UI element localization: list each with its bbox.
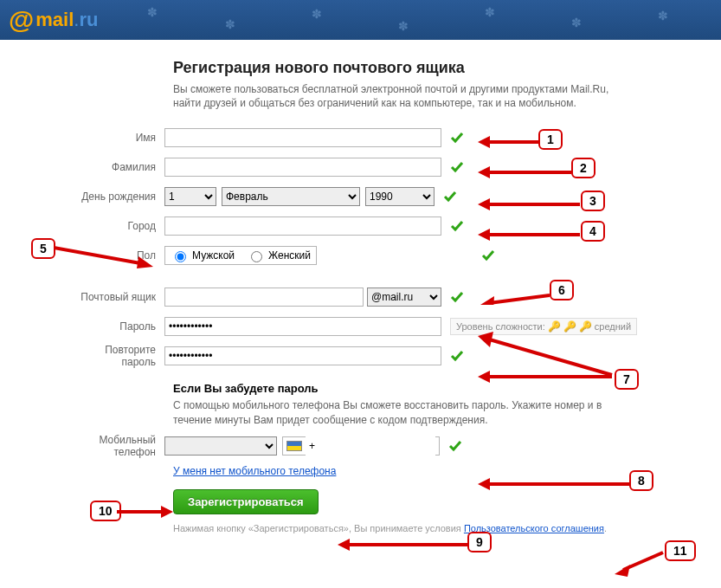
- check-icon: [450, 160, 464, 174]
- callout-2: 2: [571, 158, 595, 178]
- logo-text-mail: mail: [35, 9, 74, 31]
- bday-year-select[interactable]: 1990: [365, 187, 435, 206]
- country-select[interactable]: [164, 436, 277, 456]
- callout-6: 6: [550, 280, 574, 300]
- flag-icon: [286, 441, 302, 451]
- recovery-title: Если Вы забудете пароль: [173, 382, 721, 395]
- logo-text-ru: ru: [79, 9, 98, 31]
- pwd-meter-level: средний: [595, 321, 631, 332]
- callout-11: 11: [665, 540, 696, 551]
- bday-day-select[interactable]: 1: [164, 187, 216, 206]
- intro-text: Вы сможете пользоваться бесплатной элект…: [173, 82, 623, 110]
- label-birthday: День рождения: [69, 191, 164, 203]
- name-input[interactable]: [164, 128, 441, 147]
- surname-input[interactable]: [164, 158, 441, 177]
- callout-5: 5: [31, 238, 55, 259]
- label-mobile: Мобильный телефон: [69, 434, 164, 458]
- label-password: Пароль: [69, 320, 164, 333]
- gender-female-radio[interactable]: [251, 251, 262, 262]
- gender-male-label: Мужской: [192, 249, 235, 262]
- agreement-text: Нажимая кнопку «Зарегистрироваться», Вы …: [173, 523, 721, 533]
- mailbox-input[interactable]: [164, 288, 364, 307]
- gender-female-label: Женский: [268, 249, 311, 262]
- check-icon: [448, 439, 462, 453]
- no-phone-link[interactable]: У меня нет мобильного телефона: [173, 465, 336, 477]
- label-name: Имя: [69, 132, 164, 144]
- gender-radio-group: Мужской Женский: [164, 246, 317, 265]
- city-input[interactable]: [164, 216, 441, 236]
- check-icon: [443, 190, 457, 204]
- gender-male-radio[interactable]: [175, 251, 186, 262]
- label-city: Город: [69, 220, 164, 232]
- register-button[interactable]: Зарегистрироваться: [173, 489, 319, 514]
- callout-1: 1: [538, 129, 563, 150]
- recovery-text: С помощью мобильного телефона Вы сможете…: [173, 398, 623, 426]
- phone-input[interactable]: [306, 436, 435, 456]
- callout-8: 8: [629, 470, 653, 491]
- callout-3: 3: [581, 191, 605, 211]
- check-icon: [481, 249, 495, 262]
- check-icon: [450, 290, 464, 304]
- app-header: ✽ ✽ ✽ ✽ ✽ ✽ ✽ @ mail . ru: [0, 0, 721, 40]
- pwd-meter-label: Уровень сложности:: [456, 321, 545, 332]
- label-gender: Пол: [69, 249, 164, 262]
- form-container: Регистрация нового почтового ящика Вы см…: [0, 40, 721, 551]
- check-icon: [450, 219, 464, 233]
- password2-input[interactable]: [164, 346, 441, 365]
- check-icon: [450, 349, 464, 363]
- key-icon: 🔑: [579, 320, 592, 333]
- logo[interactable]: @ mail . ru: [9, 5, 98, 35]
- label-surname: Фамилия: [69, 161, 164, 173]
- key-icon: 🔑: [548, 320, 561, 333]
- password-input[interactable]: [164, 317, 441, 336]
- callout-4: 4: [581, 221, 605, 242]
- label-password2: Повторите пароль: [69, 344, 164, 368]
- key-icon: 🔑: [563, 320, 576, 333]
- domain-select[interactable]: @mail.ru: [367, 288, 441, 307]
- page-title: Регистрация нового почтового ящика: [173, 59, 721, 77]
- callout-9: 9: [467, 532, 492, 551]
- callout-7: 7: [615, 369, 639, 390]
- password-strength-meter: Уровень сложности: 🔑 🔑 🔑 средний: [450, 318, 637, 335]
- callout-10: 10: [90, 501, 121, 521]
- check-icon: [450, 131, 464, 145]
- bday-month-select[interactable]: Февраль: [222, 187, 360, 206]
- label-mailbox: Почтовый ящик: [69, 291, 164, 303]
- logo-at-icon: @: [9, 5, 34, 35]
